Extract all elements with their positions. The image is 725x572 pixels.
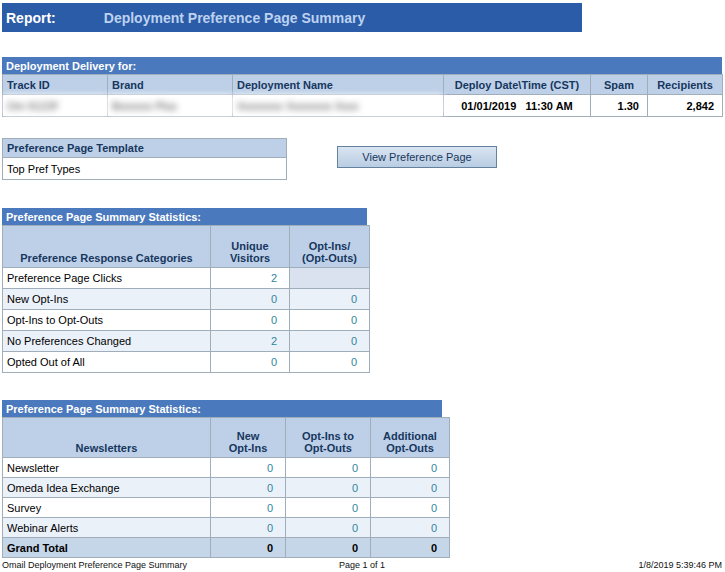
table-row: Survey 0 0 0 [3, 498, 450, 518]
column-header-track-id: Track ID [3, 75, 108, 95]
stats1-header-row: Preference Response Categories Unique Vi… [3, 226, 370, 268]
optins-value: 0 [290, 310, 370, 331]
unique-visitors-value: 0 [211, 310, 290, 331]
report-label: Report: [2, 10, 56, 26]
column-header-newsletters: Newsletters [3, 418, 211, 458]
column-header-deployment-name: Deployment Name [233, 75, 444, 95]
template-name-value: Top Pref Types [2, 158, 287, 180]
optins-value: 0 [290, 331, 370, 352]
unique-visitors-value: 0 [211, 289, 290, 310]
table-row: Preference Page Clicks 2 [3, 268, 370, 289]
preference-summary-stats-section-1: Preference Page Summary Statistics: Pref… [2, 208, 725, 373]
deployment-delivery-section: Deployment Delivery for: Track ID Brand … [2, 57, 725, 117]
table-row: Opted Out of All 0 0 [3, 352, 370, 373]
unique-visitors-value: 0 [211, 352, 290, 373]
preference-response-table: Preference Response Categories Unique Vi… [2, 225, 370, 373]
column-header-deploy-datetime: Deploy Date\Time (CST) [444, 75, 591, 95]
view-preference-page-button[interactable]: View Preference Page [337, 146, 497, 168]
optins-to-optouts-value: 0 [286, 518, 371, 538]
stats2-header-row: Newsletters New Opt-Ins Opt-Ins to Opt-O… [3, 418, 450, 458]
delivery-header-row: Track ID Brand Deployment Name Deploy Da… [3, 75, 723, 95]
brand-value-redacted: Bxxxxxx Plus [108, 95, 233, 117]
column-header-optins-to-optouts: Opt-Ins to Opt-Outs [286, 418, 371, 458]
column-header-response-categories: Preference Response Categories [3, 226, 211, 268]
table-row: No Preferences Changed 2 0 [3, 331, 370, 352]
new-optins-value: 0 [211, 538, 286, 558]
deployment-name-value-redacted: Xxxxxxxx Xxxxxxxx Xxxx [233, 95, 444, 117]
optins-to-optouts-value: 0 [286, 538, 371, 558]
column-header-unique-visitors: Unique Visitors [211, 226, 290, 268]
table-row: Newsletter 0 0 0 [3, 458, 450, 478]
column-header-optins-optouts: Opt-Ins/ (Opt-Outs) [290, 226, 370, 268]
template-box-header: Preference Page Template [2, 138, 287, 158]
optins-to-optouts-value: 0 [286, 478, 371, 498]
optins-to-optouts-value: 0 [286, 458, 371, 478]
delivery-section-header: Deployment Delivery for: [2, 57, 722, 74]
new-optins-value: 0 [211, 478, 286, 498]
row-label: Omeda Idea Exchange [3, 478, 211, 498]
new-optins-value: 0 [211, 458, 286, 478]
row-label: New Opt-Ins [3, 289, 211, 310]
table-row: New Opt-Ins 0 0 [3, 289, 370, 310]
optins-value: 0 [290, 352, 370, 373]
column-header-new-optins: New Opt-Ins [211, 418, 286, 458]
deploy-datetime-value: 01/01/2019 11:30 AM [444, 95, 591, 117]
footer-page-number: Page 1 of 1 [339, 560, 385, 570]
additional-optouts-value: 0 [371, 478, 450, 498]
table-row: Webinar Alerts 0 0 0 [3, 518, 450, 538]
footer-timestamp: 1/8/2019 5:39:46 PM [638, 560, 722, 570]
additional-optouts-value: 0 [371, 498, 450, 518]
column-header-additional-optouts: Additional Opt-Outs [371, 418, 450, 458]
row-label: Opted Out of All [3, 352, 211, 373]
page-footer: Omail Deployment Preference Page Summary… [2, 560, 722, 572]
row-label: Opt-Ins to Opt-Outs [3, 310, 211, 331]
delivery-data-row: Om 9122F Bxxxxxx Plus Xxxxxxxx Xxxxxxxx … [3, 95, 723, 117]
column-header-brand: Brand [108, 75, 233, 95]
row-label: No Preferences Changed [3, 331, 211, 352]
additional-optouts-value: 0 [371, 458, 450, 478]
grand-total-row: Grand Total 0 0 0 [3, 538, 450, 558]
unique-visitors-value: 2 [211, 331, 290, 352]
additional-optouts-value: 0 [371, 518, 450, 538]
recipients-value: 2,842 [648, 95, 723, 117]
table-row: Omeda Idea Exchange 0 0 0 [3, 478, 450, 498]
spam-value: 1.30 [591, 95, 648, 117]
additional-optouts-value: 0 [371, 538, 450, 558]
new-optins-value: 0 [211, 498, 286, 518]
column-header-spam: Spam [591, 75, 648, 95]
stats2-section-header: Preference Page Summary Statistics: [2, 400, 442, 417]
table-row: Opt-Ins to Opt-Outs 0 0 [3, 310, 370, 331]
page-title: Deployment Preference Page Summary [104, 10, 365, 26]
row-label: Newsletter [3, 458, 211, 478]
preference-summary-stats-section-2: Preference Page Summary Statistics: News… [2, 400, 725, 558]
footer-report-name: Omail Deployment Preference Page Summary [2, 560, 187, 570]
report-title-bar: Report: Deployment Preference Page Summa… [2, 3, 582, 32]
row-label: Webinar Alerts [3, 518, 211, 538]
column-header-recipients: Recipients [648, 75, 723, 95]
newsletters-table: Newsletters New Opt-Ins Opt-Ins to Opt-O… [2, 417, 450, 558]
row-label: Grand Total [3, 538, 211, 558]
row-label: Survey [3, 498, 211, 518]
optins-to-optouts-value: 0 [286, 498, 371, 518]
new-optins-value: 0 [211, 518, 286, 538]
row-label: Preference Page Clicks [3, 268, 211, 289]
stats1-section-header: Preference Page Summary Statistics: [2, 208, 367, 225]
optins-value: 0 [290, 289, 370, 310]
optins-value [290, 268, 370, 289]
unique-visitors-value: 2 [211, 268, 290, 289]
preference-page-template-box: Preference Page Template Top Pref Types [2, 138, 287, 180]
delivery-table: Track ID Brand Deployment Name Deploy Da… [2, 74, 723, 117]
track-id-value-redacted: Om 9122F [3, 95, 108, 117]
